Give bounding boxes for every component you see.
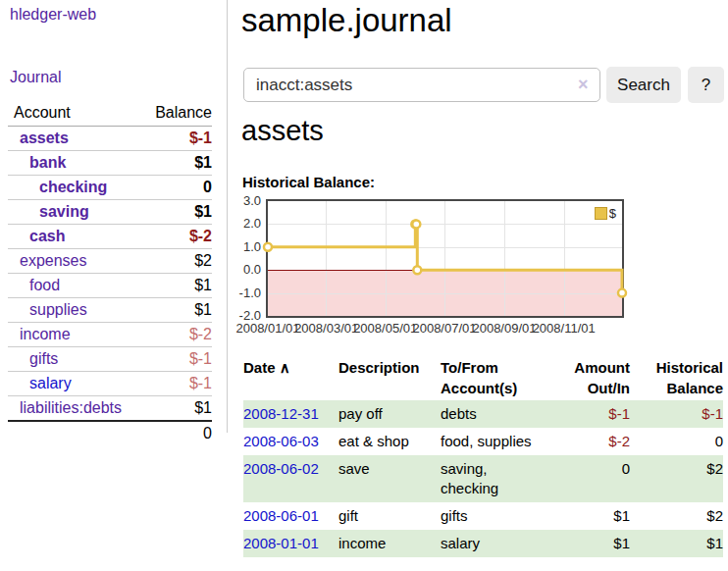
y-tick-label: 0.0 — [230, 262, 261, 278]
account-row: food $1 — [8, 274, 212, 298]
accounts-col-balance: Balance — [139, 100, 212, 127]
account-row: gifts $-1 — [8, 347, 212, 372]
transaction-description: gift — [338, 502, 441, 530]
account-row: liabilities:debts $1 — [8, 396, 212, 422]
accounts-total-row: 0 — [8, 421, 212, 445]
col-description: Description — [338, 355, 441, 400]
accounts-table: Account Balance assets $-1 bank $1 check… — [8, 100, 212, 445]
sort-ascending-icon: ∧ — [280, 359, 290, 376]
account-row: supplies $1 — [8, 298, 212, 323]
account-link-bank[interactable]: bank — [29, 154, 66, 171]
transaction-row: 2008-12-31 pay off debts $-1 $-1 — [243, 400, 723, 428]
account-heading: assets — [241, 115, 324, 147]
account-row: checking 0 — [8, 176, 212, 200]
account-link-liabilities-debts[interactable]: liabilities:debts — [20, 399, 122, 416]
account-row: assets $-1 — [8, 127, 212, 151]
accounts-header-row: Account Balance — [8, 100, 212, 127]
transaction-balance: $1 — [630, 530, 723, 557]
legend-label: $ — [609, 206, 616, 221]
account-balance: $1 — [139, 151, 212, 176]
sidebar-item-journal[interactable]: Journal — [10, 69, 61, 86]
account-balance: $-1 — [139, 372, 212, 396]
transaction-date-link[interactable]: 2008-01-01 — [243, 535, 319, 551]
page-title: sample.journal — [241, 2, 452, 39]
col-balance: HistoricalBalance — [630, 355, 723, 400]
account-row: bank $1 — [8, 151, 212, 176]
transaction-amount: $1 — [562, 502, 630, 530]
clear-search-icon[interactable]: × — [578, 75, 589, 94]
transaction-row: 2008-06-03 eat & shop food, supplies $-2… — [243, 428, 723, 455]
page: hledger-web Journal Account Balance asse… — [0, 0, 728, 571]
transaction-amount: $1 — [562, 530, 630, 557]
account-link-supplies[interactable]: supplies — [29, 301, 87, 318]
y-tick-label: 2.0 — [230, 216, 261, 232]
transaction-amount: $-2 — [562, 428, 630, 455]
search-button[interactable]: Search — [606, 67, 681, 103]
transaction-balance: $-1 — [630, 400, 723, 428]
account-link-checking[interactable]: checking — [39, 179, 107, 195]
transaction-accounts: salary — [441, 530, 562, 557]
transaction-amount: $-1 — [562, 400, 630, 428]
account-balance: $1 — [139, 396, 212, 422]
account-balance: $1 — [139, 298, 212, 323]
search-input[interactable] — [243, 68, 600, 102]
account-balance: $1 — [139, 274, 212, 298]
transaction-accounts: gifts — [441, 502, 562, 530]
account-row: cash $-2 — [8, 225, 212, 249]
register-table: Date ∧ Description To/FromAccount(s) Amo… — [243, 355, 723, 557]
col-balance-line2: Balance — [666, 380, 723, 396]
col-amount: AmountOut/In — [562, 355, 630, 400]
account-link-food[interactable]: food — [29, 277, 60, 293]
transaction-date-link[interactable]: 2008-06-01 — [243, 507, 319, 524]
brand-link[interactable]: hledger-web — [10, 6, 96, 24]
help-button[interactable]: ? — [688, 67, 724, 103]
transaction-date-link[interactable]: 2008-06-03 — [243, 433, 319, 449]
account-balance: $-1 — [139, 127, 212, 151]
legend-swatch-icon — [595, 207, 607, 220]
account-link-income[interactable]: income — [20, 326, 71, 342]
col-accounts: To/FromAccount(s) — [441, 355, 562, 400]
chart-legend: $ — [593, 205, 618, 222]
sidebar: hledger-web Journal Account Balance asse… — [0, 0, 228, 433]
accounts-col-account: Account — [8, 100, 139, 127]
account-balance: $1 — [139, 200, 212, 225]
y-tick-label: 3.0 — [230, 193, 261, 209]
col-amount-line2: Out/In — [588, 380, 630, 396]
account-link-cash[interactable]: cash — [29, 228, 65, 244]
col-date-label: Date — [243, 359, 276, 376]
account-row: salary $-1 — [8, 372, 212, 396]
account-link-expenses[interactable]: expenses — [20, 252, 87, 269]
transaction-description: income — [338, 530, 441, 557]
account-link-saving[interactable]: saving — [39, 203, 89, 220]
account-row: expenses $2 — [8, 249, 212, 274]
col-accounts-line2: Account(s) — [441, 380, 517, 396]
col-amount-line1: Amount — [574, 359, 630, 376]
account-link-salary[interactable]: salary — [29, 375, 72, 391]
chart-line-svg — [268, 201, 622, 316]
transaction-amount: 0 — [562, 455, 630, 502]
transaction-description: pay off — [338, 400, 441, 428]
x-tick-label: 2008/11/01 — [528, 321, 600, 336]
transaction-row: 2008-01-01 income salary $1 $1 — [243, 530, 723, 557]
account-balance: $-2 — [139, 323, 212, 347]
account-balance: $-2 — [139, 225, 212, 249]
transaction-description: save — [338, 455, 441, 502]
accounts-total-value: 0 — [139, 421, 212, 445]
col-date[interactable]: Date ∧ — [243, 355, 338, 400]
account-link-assets[interactable]: assets — [20, 130, 69, 146]
transaction-row: 2008-06-01 gift gifts $1 $2 — [243, 502, 723, 530]
transaction-row: 2008-06-02 save saving, checking 0 $2 — [243, 455, 723, 502]
chart-plot-area: $ — [268, 201, 622, 316]
transaction-date-link[interactable]: 2008-06-02 — [243, 460, 319, 477]
transaction-accounts: saving, checking — [441, 455, 562, 502]
transaction-accounts: food, supplies — [441, 428, 562, 455]
account-link-gifts[interactable]: gifts — [29, 350, 58, 367]
transaction-balance: 0 — [630, 428, 723, 455]
transaction-date-link[interactable]: 2008-12-31 — [243, 405, 319, 422]
y-tick-label: 1.0 — [230, 239, 261, 255]
col-balance-line1: Historical — [656, 359, 723, 376]
transaction-description: eat & shop — [338, 428, 441, 455]
account-balance: $2 — [139, 249, 212, 274]
account-row: saving $1 — [8, 200, 212, 225]
account-balance: $-1 — [139, 347, 212, 372]
